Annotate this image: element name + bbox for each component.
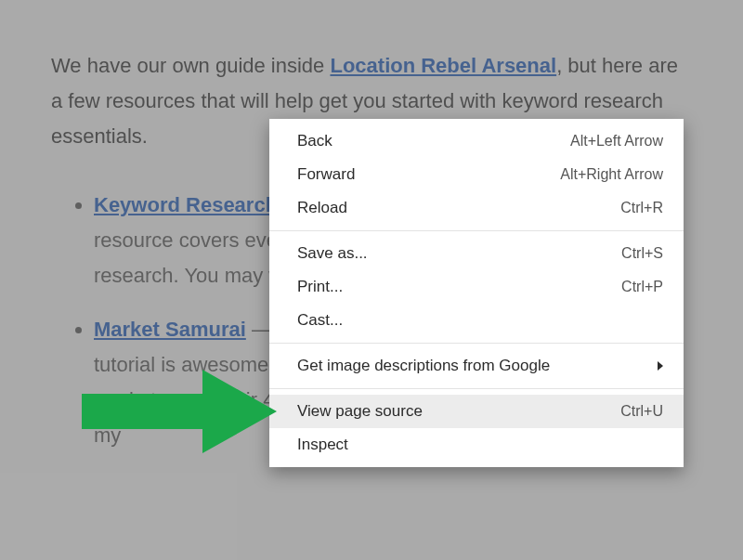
- ctx-separator: [269, 343, 684, 344]
- ctx-separator: [269, 230, 684, 231]
- link-location-rebel-arsenal[interactable]: Location Rebel Arsenal: [330, 54, 556, 77]
- ctx-label: Inspect: [297, 436, 663, 454]
- ctx-label: View page source: [297, 402, 620, 421]
- ctx-label: Save as...: [297, 244, 621, 263]
- ctx-shortcut: Ctrl+S: [621, 245, 663, 262]
- context-menu: Back Alt+Left Arrow Forward Alt+Right Ar…: [269, 119, 684, 467]
- submenu-arrow-icon: [658, 361, 663, 371]
- ctx-shortcut: Alt+Left Arrow: [570, 133, 663, 150]
- ctx-cast[interactable]: Cast...: [269, 304, 684, 337]
- ctx-image-descriptions[interactable]: Get image descriptions from Google: [269, 349, 684, 383]
- ctx-label: Forward: [297, 165, 560, 184]
- ctx-save-as[interactable]: Save as... Ctrl+S: [269, 237, 684, 270]
- ctx-label: Reload: [297, 199, 620, 217]
- ctx-separator: [269, 388, 684, 389]
- ctx-forward[interactable]: Forward Alt+Right Arrow: [269, 158, 684, 191]
- ctx-label: Print...: [297, 278, 621, 296]
- ctx-view-page-source[interactable]: View page source Ctrl+U: [269, 395, 684, 428]
- ctx-print[interactable]: Print... Ctrl+P: [269, 270, 684, 304]
- ctx-shortcut: Ctrl+P: [621, 279, 663, 295]
- ctx-back[interactable]: Back Alt+Left Arrow: [269, 124, 684, 158]
- ctx-shortcut: Alt+Right Arrow: [560, 166, 663, 183]
- ctx-inspect[interactable]: Inspect: [269, 428, 684, 462]
- ctx-label: Get image descriptions from Google: [297, 357, 650, 375]
- ctx-label: Cast...: [297, 311, 663, 330]
- intro-text-1: We have our own guide inside: [51, 54, 330, 77]
- link-market-samurai[interactable]: Market Samurai: [94, 318, 246, 341]
- ctx-reload[interactable]: Reload Ctrl+R: [269, 191, 684, 225]
- ctx-shortcut: Ctrl+R: [620, 200, 663, 216]
- link-keyword-research[interactable]: Keyword Research: [94, 193, 278, 216]
- ctx-label: Back: [297, 132, 570, 150]
- ctx-shortcut: Ctrl+U: [620, 403, 663, 420]
